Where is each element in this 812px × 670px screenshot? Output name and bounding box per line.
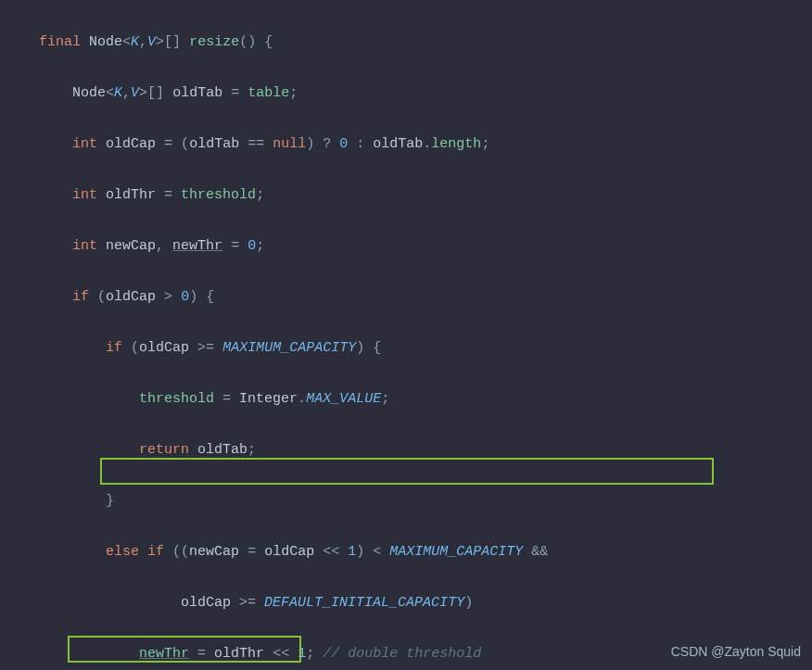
code-line: oldCap >= DEFAULT_INITIAL_CAPACITY) — [0, 590, 812, 616]
keyword-final: final — [39, 34, 81, 50]
code-line: int oldCap = (oldTab == null) ? 0 : oldT… — [0, 132, 812, 158]
code-line: int oldThr = threshold; — [0, 183, 812, 209]
type-node: Node — [89, 34, 122, 50]
code-line: else if ((newCap = oldCap << 1) < MAXIMU… — [0, 539, 812, 565]
code-line: return oldTab; — [0, 437, 812, 463]
code-line: final Node<K,V>[] resize() { — [0, 30, 812, 56]
code-line: threshold = Integer.MAX_VALUE; — [0, 386, 812, 412]
code-line: if (oldCap > 0) { — [0, 284, 812, 310]
method-resize: resize — [189, 34, 239, 50]
code-block: final Node<K,V>[] resize() { Node<K,V>[]… — [0, 0, 812, 670]
type-param-v: V — [147, 34, 156, 50]
code-line: int newCap, newThr = 0; — [0, 234, 812, 259]
code-line: Node<K,V>[] oldTab = table; — [0, 81, 812, 107]
watermark: CSDN @Zayton Squid — [671, 640, 801, 664]
code-line: if (oldCap >= MAXIMUM_CAPACITY) { — [0, 335, 812, 361]
type-param-k: K — [131, 34, 139, 50]
code-line: } — [0, 488, 812, 514]
